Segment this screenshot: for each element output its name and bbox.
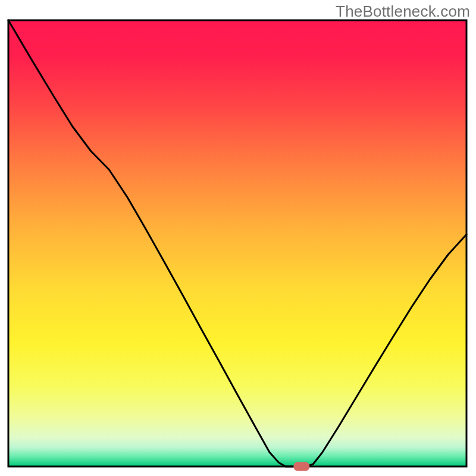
bottleneck-marker [293,462,309,471]
watermark-text: TheBottleneck.com [336,2,470,21]
bottleneck-chart: TheBottleneck.com [0,0,476,476]
chart-background [8,20,466,466]
chart-svg [0,0,476,476]
